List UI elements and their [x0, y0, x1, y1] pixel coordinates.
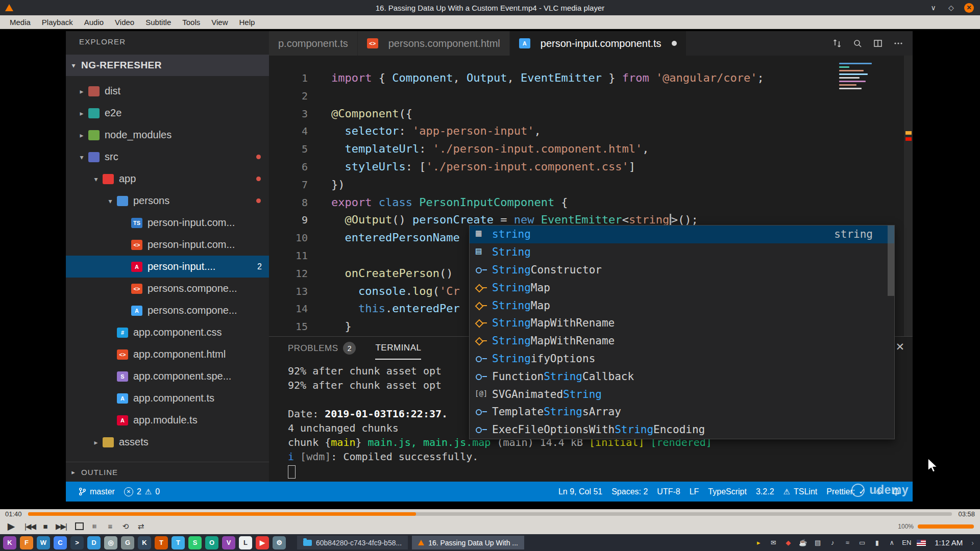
fullscreen-button[interactable]	[75, 520, 85, 533]
launcher-chrome-icon[interactable]: C	[54, 536, 67, 549]
suggestion-stringconstructor[interactable]: StringConstructor	[470, 261, 894, 279]
suggestion-stringmap[interactable]: StringMap	[470, 296, 894, 314]
launcher-kdenlive-icon[interactable]: V	[222, 536, 235, 549]
tree-item-app-module-ts[interactable]: Aapp.module.ts	[66, 409, 269, 431]
tree-item-person-input-com[interactable]: <>person-input.com...	[66, 234, 269, 256]
suggestion-stringmapwithrename[interactable]: StringMapWithRename	[470, 332, 894, 350]
display-tray-icon[interactable]: ▭	[857, 538, 867, 547]
suggestion-stringifyoptions[interactable]: StringifyOptions	[470, 350, 894, 368]
tab-person-input-component-ts[interactable]: Aperson-input.component.ts	[510, 31, 687, 56]
volume-slider[interactable]	[918, 524, 974, 529]
java-tray-icon[interactable]: ☕	[798, 538, 807, 547]
video-area[interactable]: EXPLORER ▾ NG-REFRESHER ▸dist▸e2e▸node_m…	[0, 29, 980, 509]
launcher-spotify-icon[interactable]: S	[188, 536, 202, 549]
tree-item-dist[interactable]: ▸dist	[66, 80, 269, 102]
close-panel-icon[interactable]: ✕	[895, 341, 904, 353]
taskbar-clock[interactable]: 1:12 AM	[935, 538, 963, 547]
launcher-gimp-icon[interactable]: G	[121, 536, 134, 549]
search-editor-icon[interactable]	[852, 38, 863, 48]
split-editor-icon[interactable]	[873, 38, 883, 48]
suggestion-execfileoptionswithstringencoding[interactable]: ExecFileOptionsWithStringEncoding	[470, 421, 894, 439]
launcher-dolphin-icon[interactable]: D	[87, 536, 101, 549]
tab-problems[interactable]: PROBLEMS 2	[288, 337, 356, 360]
taskbar-window-60b84280-c743-4fc9-b58[interactable]: 60b84280-c743-4fc9-b58...	[297, 536, 408, 549]
us-flag-icon[interactable]	[917, 540, 926, 546]
close-icon[interactable]: ✕	[964, 3, 974, 13]
ts-version[interactable]: 3.2.2	[751, 487, 779, 496]
launcher-thunderbird-icon[interactable]: T	[155, 536, 168, 549]
play-button[interactable]: ▶	[6, 520, 16, 533]
mail-tray-icon[interactable]: ✉	[769, 538, 778, 547]
maximize-icon[interactable]: ◇	[946, 3, 956, 13]
tslint-status[interactable]: ⚠ TSLint	[779, 487, 822, 496]
playlist-button[interactable]: ≡	[105, 520, 115, 533]
encoding[interactable]: UTF-8	[652, 487, 684, 496]
language-mode[interactable]: TypeScript	[703, 487, 751, 496]
tree-item-person-input[interactable]: Aperson-input....2	[66, 256, 269, 278]
seek-slider[interactable]	[28, 512, 952, 516]
taskbar-window-16-passing-data-up-with[interactable]: 16. Passing Data Up With ...	[412, 536, 524, 549]
git-branch[interactable]: master	[74, 487, 119, 496]
loop-button[interactable]: ⟲	[120, 520, 131, 533]
tab-terminal[interactable]: TERMINAL	[375, 337, 421, 360]
editor-scrollbar[interactable]	[904, 56, 913, 336]
extended-settings-button[interactable]: ≡	[89, 521, 101, 532]
workspace-root[interactable]: ▾ NG-REFRESHER	[66, 55, 269, 76]
tab-p-component-ts[interactable]: p.component.ts	[269, 31, 358, 56]
tree-item-src[interactable]: ▾src	[66, 146, 269, 168]
git-compare-icon[interactable]	[832, 38, 842, 48]
launcher-app-launcher-icon[interactable]: K	[3, 536, 16, 549]
menu-subtitle[interactable]: Subtitle	[140, 15, 177, 29]
launcher-okular-icon[interactable]: O	[205, 536, 218, 549]
tree-item-app[interactable]: ▾app	[66, 168, 269, 190]
problems-summary[interactable]: ✕ 2 ⚠ 0	[119, 487, 164, 496]
menu-audio[interactable]: Audio	[79, 15, 109, 29]
keyboard-layout[interactable]: EN	[902, 539, 911, 546]
launcher-screenshot-tool-icon[interactable]: ◎	[104, 536, 117, 549]
tree-item-assets[interactable]: ▸assets	[66, 431, 269, 453]
outline-section[interactable]: ▸ OUTLINE	[66, 462, 269, 482]
clipboard-tray-icon[interactable]: ▤	[813, 538, 822, 547]
tree-item-persons-compone[interactable]: Apersons.compone...	[66, 299, 269, 321]
next-button[interactable]: ▶▶|	[56, 520, 66, 533]
suggestion-functionstringcallback[interactable]: FunctionStringCallback	[470, 367, 894, 385]
tree-item-app-component-html[interactable]: <>app.component.html	[66, 343, 269, 365]
suggestion-string[interactable]: String	[470, 243, 894, 261]
launcher-libreoffice-icon[interactable]: L	[239, 536, 252, 549]
eol-type[interactable]: LF	[685, 487, 704, 496]
previous-button[interactable]: |◀◀	[24, 520, 35, 533]
kdeconnect-tray-icon[interactable]: ◆	[783, 538, 793, 547]
tree-item-app-component-ts[interactable]: Aapp.component.ts	[66, 387, 269, 409]
launcher-firefox-icon[interactable]: F	[20, 536, 33, 549]
more-actions-icon[interactable]	[893, 38, 903, 48]
tree-item-node-modules[interactable]: ▸node_modules	[66, 124, 269, 146]
menu-media[interactable]: Media	[4, 15, 36, 29]
shuffle-button[interactable]: ⇄	[136, 520, 146, 533]
popup-scrollbar[interactable]	[888, 226, 894, 296]
volume-tray-icon[interactable]: ♪	[828, 538, 837, 547]
tree-item-e2e[interactable]: ▸e2e	[66, 102, 269, 124]
suggestion-stringmap[interactable]: StringMap	[470, 279, 894, 296]
media-tray-icon[interactable]: ▸	[754, 538, 763, 547]
menu-help[interactable]: Help	[234, 15, 261, 29]
suggestion-string[interactable]: stringstring	[470, 226, 894, 243]
menu-video[interactable]: Video	[109, 15, 140, 29]
launcher-web-browser-icon[interactable]: W	[37, 536, 50, 549]
launcher-telegram-icon[interactable]: T	[172, 536, 185, 549]
network-tray-icon[interactable]: ≈	[843, 538, 852, 547]
suggestion-stringmapwithrename[interactable]: StringMapWithRename	[470, 314, 894, 332]
panel-hide-arrow[interactable]: ›	[971, 539, 974, 547]
indentation[interactable]: Spaces: 2	[607, 487, 652, 496]
cursor-position[interactable]: Ln 9, Col 51	[554, 487, 607, 496]
tree-item-app-component-spe[interactable]: Sapp.component.spe...	[66, 365, 269, 387]
tree-item-person-input-com[interactable]: TSperson-input.com...	[66, 212, 269, 234]
menu-view[interactable]: View	[206, 15, 233, 29]
tab-persons-component-html[interactable]: <>persons.component.html	[358, 31, 510, 56]
minimize-icon[interactable]: ∨	[928, 3, 938, 13]
launcher-youtube-icon[interactable]: ▶	[256, 536, 269, 549]
tree-item-persons[interactable]: ▾persons	[66, 190, 269, 212]
launcher-settings-icon[interactable]: ⚙	[273, 536, 286, 549]
launcher-krita-icon[interactable]: K	[138, 536, 151, 549]
menu-tools[interactable]: Tools	[177, 15, 206, 29]
launcher-konsole-icon[interactable]: >	[70, 536, 84, 549]
